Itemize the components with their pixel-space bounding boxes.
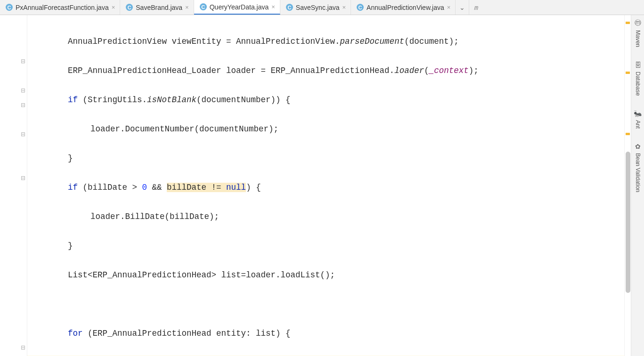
- fold-toggle-icon[interactable]: ⊟: [20, 102, 26, 108]
- maven-icon: ⓜ: [635, 19, 641, 27]
- editor-gutter[interactable]: ⊟ ⊟ ⊟ ⊟ ⊟ ⊟: [0, 15, 27, 356]
- rail-label: Database: [635, 72, 641, 96]
- vertical-scrollbar[interactable]: [625, 15, 631, 356]
- rail-label: Ant: [635, 120, 641, 129]
- editor-tab-active[interactable]: C QueryYearData.java ×: [194, 0, 280, 15]
- ant-icon: 🐜: [634, 110, 642, 117]
- tab-label: AnnualPredictionView.java: [367, 4, 444, 11]
- java-class-icon: C: [6, 4, 13, 11]
- rail-label: Maven: [635, 30, 641, 47]
- fold-end-icon[interactable]: ⊟: [20, 131, 26, 137]
- ide-window: C PxAnnualForecastFunction.java × C Save…: [0, 0, 644, 356]
- code-editor[interactable]: AnnualPredictionView viewEntity = Annual…: [27, 15, 624, 356]
- code-content: AnnualPredictionView viewEntity = Annual…: [27, 15, 624, 356]
- code-line: List<ERP_AnnualPredictionHead> list=load…: [27, 268, 624, 283]
- editor-marker-bar[interactable]: [624, 15, 631, 356]
- code-line: }: [27, 239, 624, 253]
- editor-tab[interactable]: C SaveBrand.java ×: [120, 0, 194, 15]
- tab-label: PxAnnualForecastFunction.java: [16, 4, 109, 11]
- chevron-down-icon: ⌄: [459, 4, 465, 11]
- fold-end-icon[interactable]: ⊟: [20, 345, 26, 350]
- bean-icon: ✿: [635, 143, 641, 150]
- code-line: AnnualPredictionView viewEntity = Annual…: [27, 34, 624, 49]
- java-class-icon: C: [200, 3, 207, 10]
- tool-window-database[interactable]: 🗄 Database: [635, 59, 641, 97]
- next-editor-peek[interactable]: m: [469, 0, 482, 15]
- close-icon[interactable]: ×: [112, 4, 115, 11]
- java-class-icon: C: [126, 4, 133, 11]
- code-line: loader.BillDate(billDate);: [27, 210, 624, 224]
- tab-label: QueryYearData.java: [210, 3, 269, 11]
- code-line: ERP_AnnualPredictionHead_Loader loader =…: [27, 64, 624, 78]
- database-icon: 🗄: [635, 61, 641, 69]
- code-line: [27, 297, 624, 312]
- tool-window-maven[interactable]: ⓜ Maven: [635, 17, 641, 49]
- tab-overflow-button[interactable]: ⌄: [456, 0, 469, 15]
- fold-toggle-icon[interactable]: ⊟: [20, 175, 26, 181]
- java-class-icon: C: [286, 4, 293, 11]
- tab-label: SaveSync.java: [296, 4, 340, 11]
- editor-body: ⊟ ⊟ ⊟ ⊟ ⊟ ⊟ AnnualPredictionView viewEnt…: [0, 15, 644, 356]
- close-icon[interactable]: ×: [447, 4, 451, 11]
- close-icon[interactable]: ×: [185, 4, 189, 11]
- code-line: for (ERP_AnnualPredictionHead entity: li…: [27, 326, 624, 341]
- close-icon[interactable]: ×: [271, 3, 275, 10]
- scroll-thumb[interactable]: [626, 152, 630, 293]
- java-class-icon: C: [357, 4, 364, 11]
- editor-tab[interactable]: C PxAnnualForecastFunction.java ×: [0, 0, 120, 15]
- editor-tab-bar: C PxAnnualForecastFunction.java × C Save…: [0, 0, 644, 15]
- editor-tab[interactable]: C SaveSync.java ×: [280, 0, 351, 15]
- fold-end-icon[interactable]: ⊟: [20, 88, 26, 93]
- peek-glyph: m: [474, 4, 478, 11]
- code-line: }: [27, 151, 624, 166]
- code-line: if (billDate > 0 && billDate != null) {: [27, 180, 624, 195]
- close-icon[interactable]: ×: [342, 4, 346, 11]
- rail-label: Bean Validation: [635, 153, 641, 192]
- tab-label: SaveBrand.java: [136, 4, 182, 11]
- tool-window-ant[interactable]: 🐜 Ant: [634, 108, 642, 130]
- code-line: loader.DocumentNumber(documentNumber);: [27, 122, 624, 137]
- fold-toggle-icon[interactable]: ⊟: [20, 58, 26, 64]
- tool-window-bean-validation[interactable]: ✿ Bean Validation: [635, 141, 641, 194]
- right-tool-rail: ⓜ Maven 🗄 Database 🐜 Ant ✿ Bean Validati…: [631, 15, 644, 356]
- code-line: if (StringUtils.isNotBlank(documentNumbe…: [27, 93, 624, 107]
- editor-tab[interactable]: C AnnualPredictionView.java ×: [351, 0, 456, 15]
